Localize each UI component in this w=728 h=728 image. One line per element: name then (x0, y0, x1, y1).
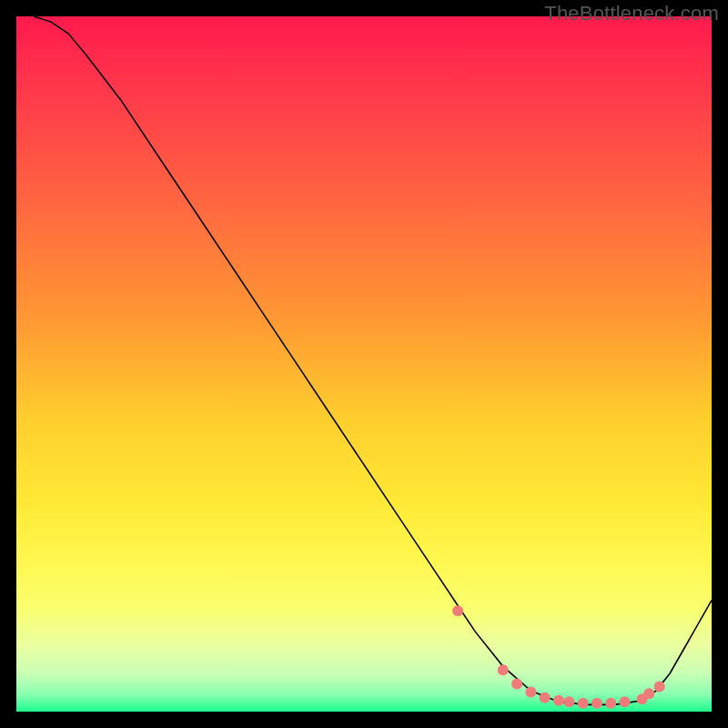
marker-dot (592, 698, 602, 709)
marker-dot (643, 688, 654, 699)
watermark-text: TheBottleneck.com (544, 2, 719, 25)
marker-dot (553, 695, 564, 706)
marker-dot (654, 682, 665, 693)
marker-dot (563, 696, 574, 707)
marker-dot (620, 696, 631, 707)
marker-dot (452, 605, 463, 616)
marker-dot (605, 698, 616, 709)
marker-dot (540, 693, 551, 703)
marker-dot (578, 698, 589, 709)
marker-dot (525, 687, 536, 698)
plot-area (16, 16, 712, 712)
chart-canvas (16, 16, 712, 712)
marker-dot (511, 678, 522, 689)
marker-dot (498, 664, 509, 675)
gradient-background (16, 16, 712, 712)
chart-frame: TheBottleneck.com (0, 0, 728, 728)
